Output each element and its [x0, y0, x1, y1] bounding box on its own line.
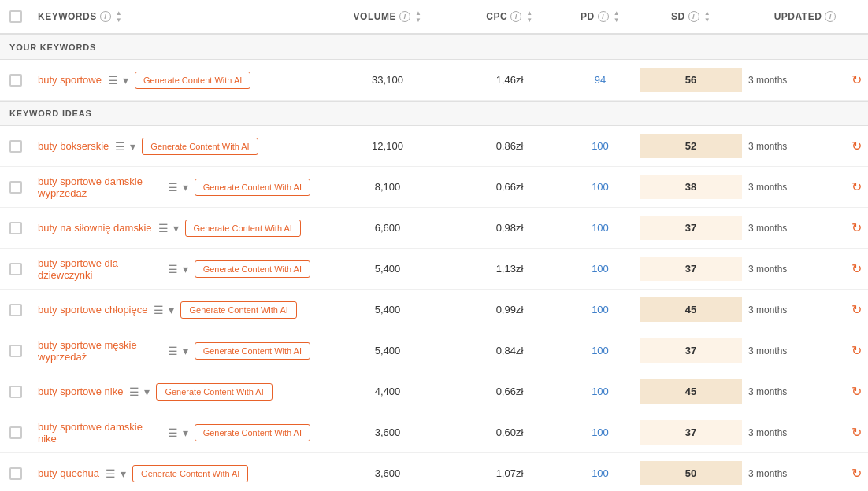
chevron-down-icon[interactable]: ▾	[128, 138, 137, 154]
header-keywords: KEYWORDS i ▲ ▼	[32, 0, 317, 33]
generate-content-button[interactable]: Generate Content With AI	[185, 220, 301, 237]
row-checkbox[interactable]	[9, 140, 22, 153]
keyword-link[interactable]: buty sportowe chłopięce	[38, 304, 147, 316]
row-checkbox[interactable]	[9, 222, 22, 234]
row-cpc: 1,13zł	[458, 257, 561, 281]
filter-icon[interactable]: ☰	[166, 261, 180, 277]
filter-icon[interactable]: ☰	[166, 179, 180, 195]
generate-content-button[interactable]: Generate Content With AI	[132, 465, 248, 482]
row-checkbox[interactable]	[9, 263, 22, 275]
refresh-icon[interactable]: ↻	[851, 302, 862, 317]
filter-icon[interactable]: ☰	[128, 384, 141, 400]
chevron-down-icon[interactable]: ▾	[143, 384, 151, 400]
row-checkbox[interactable]	[9, 181, 22, 194]
cpc-info-icon[interactable]: i	[510, 11, 521, 22]
generate-content-button[interactable]: Generate Content With AI	[195, 424, 310, 441]
row-sd: 52	[640, 134, 742, 158]
row-checkbox[interactable]	[9, 345, 22, 357]
filter-icon[interactable]: ☰	[104, 466, 117, 482]
volume-info-icon[interactable]: i	[399, 11, 410, 22]
filter-icon[interactable]: ☰	[157, 220, 170, 236]
filter-icon[interactable]: ☰	[152, 302, 165, 318]
volume-label: VOLUME	[354, 11, 396, 22]
generate-content-button[interactable]: Generate Content With AI	[195, 179, 310, 196]
filter-icon[interactable]: ☰	[113, 138, 127, 154]
row-sd: 50	[640, 461, 742, 485]
chevron-down-icon[interactable]: ▾	[181, 261, 190, 277]
filter-icon[interactable]: ☰	[166, 343, 180, 359]
generate-content-button[interactable]: Generate Content With AI	[156, 383, 272, 401]
chevron-down-icon[interactable]: ▾	[181, 425, 190, 441]
refresh-icon[interactable]: ↻	[851, 138, 862, 153]
refresh-icon[interactable]: ↻	[851, 72, 862, 87]
keyword-link[interactable]: buty na siłownię damskie	[38, 222, 152, 234]
keyword-actions: ☰ ▾	[128, 384, 151, 400]
sd-info-icon[interactable]: i	[688, 11, 699, 22]
table-row: buty quechua ☰ ▾ Generate Content With A…	[0, 453, 868, 491]
row-updated: 3 months ↻	[742, 173, 868, 201]
keyword-actions: ☰ ▾	[104, 466, 128, 482]
row-sd: 38	[640, 175, 742, 199]
header-sd: SD i ▲ ▼	[640, 0, 742, 33]
chevron-down-icon[interactable]: ▾	[167, 302, 176, 318]
volume-sort[interactable]: ▲ ▼	[415, 10, 421, 24]
row-keyword-cell: buty na siłownię damskie ☰ ▾ Generate Co…	[32, 213, 317, 243]
pd-info-icon[interactable]: i	[598, 11, 609, 22]
filter-icon[interactable]: ☰	[106, 72, 120, 88]
chevron-down-icon[interactable]: ▾	[181, 179, 190, 195]
row-checkbox[interactable]	[9, 74, 22, 87]
chevron-down-icon[interactable]: ▾	[181, 343, 190, 359]
refresh-icon[interactable]: ↻	[851, 179, 862, 194]
updated-text: 3 months	[748, 264, 787, 275]
keyword-actions: ☰ ▾	[166, 261, 190, 277]
refresh-icon[interactable]: ↻	[851, 220, 862, 235]
updated-label: UPDATED	[774, 11, 822, 22]
row-pd: 100	[561, 297, 640, 322]
cpc-sort[interactable]: ▲ ▼	[526, 10, 532, 24]
keyword-link[interactable]: buty sportowe dla dziewczynki	[38, 257, 161, 281]
refresh-icon[interactable]: ↻	[851, 466, 862, 481]
keywords-info-icon[interactable]: i	[100, 11, 111, 22]
table-row: buty na siłownię damskie ☰ ▾ Generate Co…	[0, 208, 868, 249]
refresh-icon[interactable]: ↻	[851, 261, 862, 276]
updated-info-icon[interactable]: i	[825, 11, 836, 22]
keyword-link[interactable]: buty bokserskie	[38, 140, 109, 152]
row-checkbox[interactable]	[9, 304, 22, 316]
row-checkbox[interactable]	[9, 386, 22, 398]
generate-content-button[interactable]: Generate Content With AI	[180, 301, 296, 319]
keywords-sort[interactable]: ▲ ▼	[116, 10, 122, 24]
filter-icon[interactable]: ☰	[166, 425, 180, 441]
refresh-icon[interactable]: ↻	[851, 384, 862, 399]
generate-content-button[interactable]: Generate Content With AI	[195, 342, 310, 360]
chevron-down-icon[interactable]: ▾	[119, 466, 128, 482]
header-updated: UPDATED i	[742, 0, 868, 33]
generate-content-button[interactable]: Generate Content With AI	[135, 72, 250, 89]
keyword-link[interactable]: buty quechua	[38, 467, 99, 479]
table-header: KEYWORDS i ▲ ▼ VOLUME i ▲ ▼ CPC i ▲ ▼ PD	[0, 0, 868, 35]
generate-content-button[interactable]: Generate Content With AI	[195, 260, 310, 278]
row-checkbox[interactable]	[9, 467, 22, 480]
row-pd: 100	[561, 134, 640, 158]
row-checkbox-cell	[0, 297, 32, 323]
row-volume: 3,600	[317, 461, 458, 485]
refresh-icon[interactable]: ↻	[851, 425, 862, 440]
generate-content-button[interactable]: Generate Content With AI	[142, 138, 258, 155]
pd-sort[interactable]: ▲ ▼	[614, 10, 620, 24]
keyword-ideas-section: KEYWORD IDEAS	[0, 101, 868, 126]
row-sd: 37	[640, 338, 742, 363]
select-all-checkbox[interactable]	[9, 10, 22, 23]
keyword-link[interactable]: buty sportowe nike	[38, 386, 123, 397]
refresh-icon[interactable]: ↻	[851, 343, 862, 358]
keyword-link[interactable]: buty sportowe damskie nike	[38, 421, 161, 445]
chevron-down-icon[interactable]: ▾	[121, 72, 130, 88]
keyword-link[interactable]: buty sportowe	[38, 74, 102, 86]
row-sd: 37	[640, 420, 742, 445]
keyword-link[interactable]: buty sportowe męskie wyprzedaż	[38, 339, 161, 363]
sd-sort[interactable]: ▲ ▼	[704, 10, 710, 24]
row-checkbox[interactable]	[9, 426, 22, 439]
row-volume: 8,100	[317, 175, 458, 199]
keyword-link[interactable]: buty sportowe damskie wyprzedaż	[38, 175, 161, 199]
chevron-down-icon[interactable]: ▾	[172, 220, 180, 236]
row-checkbox-cell	[0, 257, 32, 282]
row-keyword-cell: buty sportowe męskie wyprzedaż ☰ ▾ Gener…	[32, 333, 317, 369]
